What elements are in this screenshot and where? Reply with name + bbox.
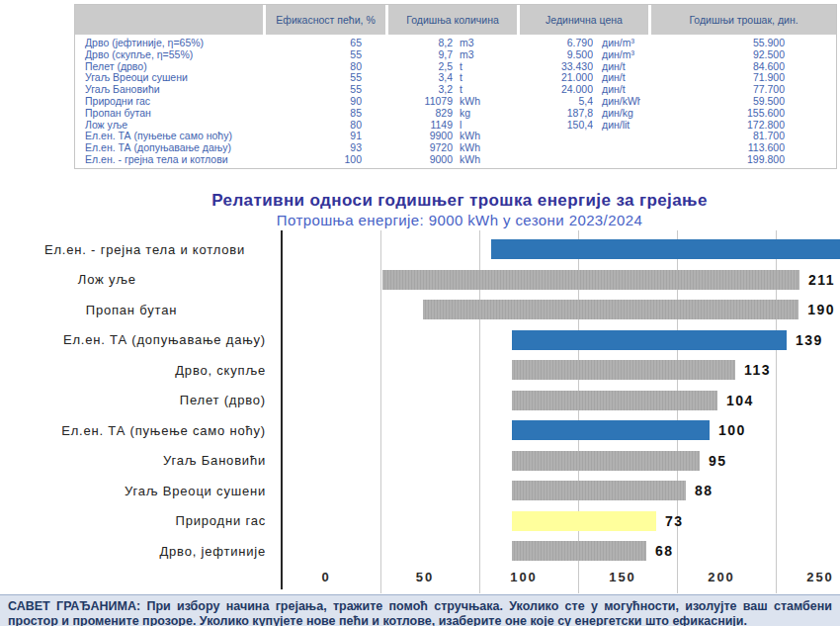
bar-zone: 190 (423, 300, 835, 319)
quantity-value-cell: 9,7 (383, 49, 453, 61)
quantity-unit-cell: kWh (453, 142, 512, 154)
bar-value-label: 95 (709, 453, 727, 469)
bar (512, 481, 686, 500)
chart-bar-row: Ел.ен. ТА (пуњење само ноћу) 100 (44, 415, 835, 446)
chart-bar-row: Пропан бутан 190 (44, 295, 835, 325)
bar-category-label: Лож уље (44, 272, 144, 287)
bar-value-label: 100 (718, 422, 746, 438)
chart-title: Релативни односи годишњег трошка енергиј… (79, 190, 840, 211)
table-row: Природни гас 90 11079 kWh 5,4 дин/kWh 59… (75, 96, 836, 108)
bar-value-label: 211 (808, 272, 835, 288)
bar (512, 451, 700, 471)
bar-category-label: Угаљ Бановићи (44, 453, 274, 468)
table-body: Дрво (јефтиније, η=65%) 65 8,2 m3 6.790 … (75, 35, 836, 168)
table-row: Угаљ Бановићи 55 3,2 t 24.000 дин/t 77.7… (75, 84, 836, 96)
unit-price-value-cell: 6.790 (512, 38, 593, 49)
bar-value-label: 113 (744, 362, 771, 378)
bar-category-label: Ел.ен. ТА (пуњење само ноћу) (44, 423, 274, 438)
annual-cost-cell: 84.600 (640, 61, 836, 73)
bar-category-label: Дрво, скупље (44, 363, 274, 378)
quantity-value-cell: 8,2 (383, 38, 453, 49)
bar-chart-plot: Ел.ен. - грејна тела и котлови 245 Лож у… (44, 234, 835, 588)
chart-titles: Релативни односи годишњег трошка енергиј… (0, 190, 840, 229)
efficiency-cell: 55 (265, 49, 383, 61)
bar (512, 420, 710, 440)
quantity-value-cell: 9000 (383, 154, 453, 166)
chart-subtitle: Потрошња енергије: 9000 kWh у сезони 202… (79, 211, 840, 229)
unit-price-unit-cell: дин/lit (593, 120, 640, 132)
annual-cost-cell: 77.700 (640, 84, 836, 96)
fuel-name-cell: Угаљ Бановићи (75, 84, 265, 96)
y-axis-line (281, 230, 283, 590)
table-row: Лож уље 80 1149 l 150,4 дин/lit 172.800 (75, 120, 836, 132)
efficiency-cell: 85 (265, 108, 383, 120)
bar-zone: 95 (512, 451, 727, 471)
unit-price-value-cell: 24.000 (512, 84, 593, 96)
bar-zone: 211 (382, 270, 835, 290)
unit-price-unit-cell: дин/kg (593, 108, 640, 120)
bar-category-label: Пропан бутан (44, 303, 185, 317)
bar (382, 270, 799, 290)
relative-cost-chart: Релативни односи годишњег трошка енергиј… (0, 190, 840, 588)
efficiency-cell: 100 (265, 154, 383, 166)
chart-bar-row: Дрво, јефтиније 68 (44, 536, 835, 567)
unit-price-value-cell (512, 142, 593, 154)
header-fuel (75, 5, 263, 35)
bar (423, 300, 798, 319)
bar-zone: 104 (512, 391, 754, 410)
chart-bar-row: Ел.ен. ТА (допуњавање дању) 139 (44, 324, 835, 355)
quantity-unit-cell: l (453, 120, 512, 132)
quantity-unit-cell: m3 (453, 49, 512, 61)
unit-price-value-cell: 33.430 (512, 61, 593, 73)
fuel-name-cell: Ел.ен. ТА (пуњење само ноћу) (75, 131, 265, 142)
bar-value-label: 68 (655, 543, 674, 559)
quantity-value-cell: 829 (383, 108, 453, 120)
annual-cost-cell: 55.900 (640, 38, 836, 49)
x-tick-label: 100 (510, 570, 538, 584)
annual-cost-cell: 71.900 (640, 72, 836, 84)
unit-price-value-cell: 187,8 (512, 108, 593, 120)
x-tick-label: 0 (321, 570, 330, 584)
fuel-name-cell: Лож уље (75, 120, 265, 132)
header-efficiency: Ефикасност пећи, % (266, 5, 385, 35)
quantity-value-cell: 3,4 (383, 72, 453, 84)
unit-price-unit-cell (593, 131, 640, 142)
chart-bar-row: Лож уље 211 (44, 264, 835, 295)
quantity-value-cell: 11079 (383, 96, 453, 108)
table-row: Дрво (скупље, η=55%) 55 9,7 m3 9.500 дин… (75, 49, 836, 61)
annual-cost-cell: 113.600 (640, 142, 836, 154)
fuel-name-cell: Ел.ен. ТА (допуњавање дању) (75, 142, 265, 154)
annual-cost-cell: 92.500 (640, 49, 836, 61)
bar-value-label: 88 (695, 483, 714, 498)
fuel-name-cell: Угаљ Вреоци сушени (75, 72, 265, 84)
annual-cost-cell: 155.600 (640, 108, 836, 120)
annual-cost-cell: 199.800 (640, 154, 836, 166)
bar-category-label: Ел.ен. - грејна тела и котлови (44, 242, 253, 257)
fuel-name-cell: Ел.ен. - грејна тела и котлови (75, 154, 265, 166)
fuel-cost-table: Ефикасност пећи, % Годишња количина Једи… (74, 4, 837, 169)
fuel-name-cell: Природни гас (75, 96, 265, 108)
bar-category-label: Пелет (дрво) (44, 393, 274, 407)
quantity-unit-cell: kWh (453, 154, 512, 166)
bar-value-label: 190 (807, 302, 835, 317)
advice-text: САВЕТ ГРАЂАНИМА: При избору начина греја… (8, 599, 832, 626)
bar (512, 511, 656, 531)
fuel-name-cell: Пелет (дрво) (75, 61, 265, 73)
efficiency-cell: 55 (265, 72, 383, 84)
fuel-name-cell: Дрво (јефтиније, η=65%) (75, 38, 265, 49)
quantity-unit-cell: m3 (453, 38, 512, 49)
bar-zone: 245 (491, 239, 840, 259)
unit-price-value-cell: 21.000 (512, 72, 593, 84)
bar-zone: 73 (512, 511, 684, 531)
quantity-unit-cell: t (453, 84, 512, 96)
annual-cost-cell: 59.500 (640, 96, 836, 108)
efficiency-cell: 90 (265, 96, 383, 108)
unit-price-unit-cell (593, 142, 640, 154)
quantity-value-cell: 3,2 (383, 84, 453, 96)
chart-bar-row: Пелет (дрво) 104 (44, 385, 835, 415)
unit-price-value-cell: 150,4 (512, 120, 593, 132)
x-tick-label: 50 (416, 570, 434, 584)
quantity-unit-cell: kg (453, 108, 512, 120)
efficiency-cell: 65 (265, 38, 383, 49)
x-tick-label: 150 (609, 570, 636, 584)
